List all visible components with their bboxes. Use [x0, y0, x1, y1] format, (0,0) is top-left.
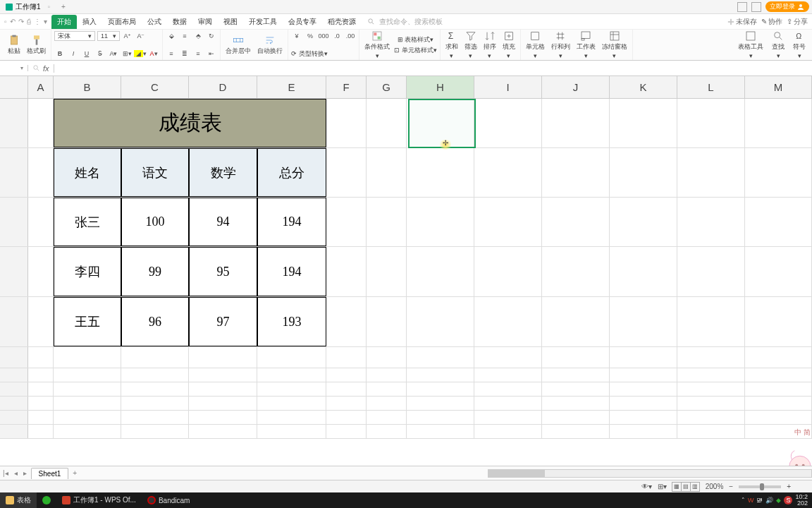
cell-A6[interactable] [28, 347, 54, 368]
cell-I8[interactable] [474, 382, 542, 396]
eye-icon[interactable]: 👁▾ [641, 483, 652, 490]
cell-M10[interactable] [745, 411, 812, 424]
cell-I3[interactable] [474, 198, 542, 246]
sheet-nav-prev[interactable]: ◂ [11, 469, 20, 477]
tab-formulas[interactable]: 公式 [142, 15, 167, 29]
add-tab-button[interactable]: + [56, 3, 71, 11]
tab-dev[interactable]: 开发工具 [243, 15, 283, 29]
font-size-select[interactable]: 11▾ [97, 31, 120, 41]
cell-K10[interactable] [610, 411, 677, 424]
italic-button[interactable]: I [68, 49, 79, 59]
tray-w-icon[interactable]: W [748, 497, 754, 504]
cell-F1[interactable] [326, 99, 367, 147]
cell-G10[interactable] [367, 411, 407, 424]
cell-G4[interactable] [367, 247, 407, 296]
cell-L9[interactable] [677, 397, 745, 410]
grid-toggle-icon[interactable]: ⊞▾ [658, 483, 667, 490]
cell-C5[interactable]: 96 [121, 297, 189, 346]
shrink-font-icon[interactable]: A⁻ [135, 31, 147, 41]
cell-J11[interactable] [542, 425, 610, 438]
cell-D10[interactable] [189, 411, 257, 424]
cell-A7[interactable] [28, 368, 54, 382]
tab-insert[interactable]: 插入 [77, 15, 102, 29]
cell-A3[interactable] [28, 198, 54, 246]
col-header-G[interactable]: G [367, 76, 407, 98]
tab-review[interactable]: 审阅 [192, 15, 218, 29]
cell-D6[interactable] [189, 347, 257, 368]
cells-button[interactable]: 单元格▾ [524, 29, 547, 61]
cell-L6[interactable] [677, 347, 745, 368]
cell-J8[interactable] [542, 382, 610, 396]
cell-F11[interactable] [326, 425, 367, 438]
cell-K11[interactable] [610, 425, 677, 438]
redo-icon[interactable]: ↷ [18, 18, 24, 25]
unsaved-indicator[interactable]: 未保存 [727, 17, 757, 27]
cell-A2[interactable] [28, 148, 54, 197]
undo-icon[interactable]: ↶ [10, 18, 16, 25]
cell-B8[interactable] [54, 382, 121, 396]
orientation-icon[interactable]: ↻ [206, 31, 217, 41]
cell-A4[interactable] [28, 247, 54, 296]
cell-B6[interactable] [54, 347, 121, 368]
find-button[interactable]: 查找▾ [770, 29, 787, 61]
close-tab-icon[interactable]: ▫ [48, 3, 51, 11]
cell-A10[interactable] [28, 411, 54, 424]
cell-B11[interactable] [54, 425, 121, 438]
cell-D4[interactable]: 95 [189, 247, 257, 296]
cell-style-button[interactable]: ⊡ 单元格样式▾ [394, 46, 437, 55]
cell-G9[interactable] [367, 397, 407, 410]
cell-C7[interactable] [121, 368, 189, 382]
row-header-3[interactable] [0, 198, 28, 246]
cell-K9[interactable] [610, 397, 677, 410]
cell-E2[interactable]: 总分 [257, 148, 326, 197]
cell-G7[interactable] [367, 368, 407, 382]
grow-font-icon[interactable]: A⁺ [122, 31, 133, 41]
login-button[interactable]: 立即登录 [765, 1, 809, 12]
row-header-11[interactable] [0, 425, 28, 438]
select-all-corner[interactable] [0, 76, 28, 98]
tab-resources[interactable]: 稻壳资源 [322, 15, 362, 29]
cell-I6[interactable] [474, 347, 542, 368]
search-placeholder[interactable]: 查找命令、搜索模板 [379, 17, 443, 27]
inc-dec-button[interactable]: .0 [331, 31, 343, 41]
format-painter-button[interactable]: 格式刷 [25, 33, 48, 57]
tab-view[interactable]: 视图 [218, 15, 243, 29]
cell-F6[interactable] [326, 347, 367, 368]
cell-E4[interactable]: 194 [257, 247, 326, 296]
row-header-2[interactable] [0, 148, 28, 197]
cell-G5[interactable] [367, 297, 407, 346]
taskbar-bandicam[interactable]: Bandicam [142, 492, 195, 508]
taskbar-wps[interactable]: 工作簿1 - WPS Of... [56, 492, 142, 508]
cell-D3[interactable]: 94 [189, 198, 257, 246]
row-header-5[interactable] [0, 297, 28, 346]
cell-L7[interactable] [677, 368, 745, 382]
tray-sound-icon[interactable]: 🔊 [765, 497, 773, 504]
cell-F9[interactable] [326, 397, 367, 410]
border-button[interactable]: ⊞▾ [121, 49, 133, 59]
cell-C9[interactable] [121, 397, 189, 410]
cell-B2[interactable]: 姓名 [54, 148, 121, 197]
fill-button[interactable]: 填充▾ [500, 29, 517, 61]
filter-button[interactable]: 筛选▾ [462, 29, 479, 61]
indent-icon[interactable]: ⇤ [206, 49, 217, 59]
row-header-4[interactable] [0, 247, 28, 296]
align-center-icon[interactable]: ≣ [179, 49, 190, 59]
cell-E6[interactable] [257, 347, 326, 368]
dec-dec-button[interactable]: .00 [345, 31, 356, 41]
cell-B7[interactable] [54, 368, 121, 382]
cell-D9[interactable] [189, 397, 257, 410]
qa-dropdown-icon[interactable]: ▾ [44, 18, 47, 25]
cell-M4[interactable] [745, 247, 812, 296]
cell-M2[interactable] [745, 148, 812, 197]
fill-color-button[interactable]: ◢▾ [135, 49, 146, 59]
window-layout-icon-1[interactable] [737, 2, 747, 12]
zoom-in-button[interactable]: + [787, 483, 791, 490]
view-page-icon[interactable]: ▤ [681, 482, 691, 492]
cell-L5[interactable] [677, 297, 745, 346]
cell-H10[interactable] [407, 411, 474, 424]
view-normal-icon[interactable]: ▦ [672, 482, 682, 492]
fx-search-icon[interactable] [32, 64, 40, 72]
bold-button[interactable]: B [54, 49, 66, 59]
rowcol-button[interactable]: 行和列▾ [549, 29, 572, 61]
fx-label[interactable]: fx [43, 64, 49, 73]
